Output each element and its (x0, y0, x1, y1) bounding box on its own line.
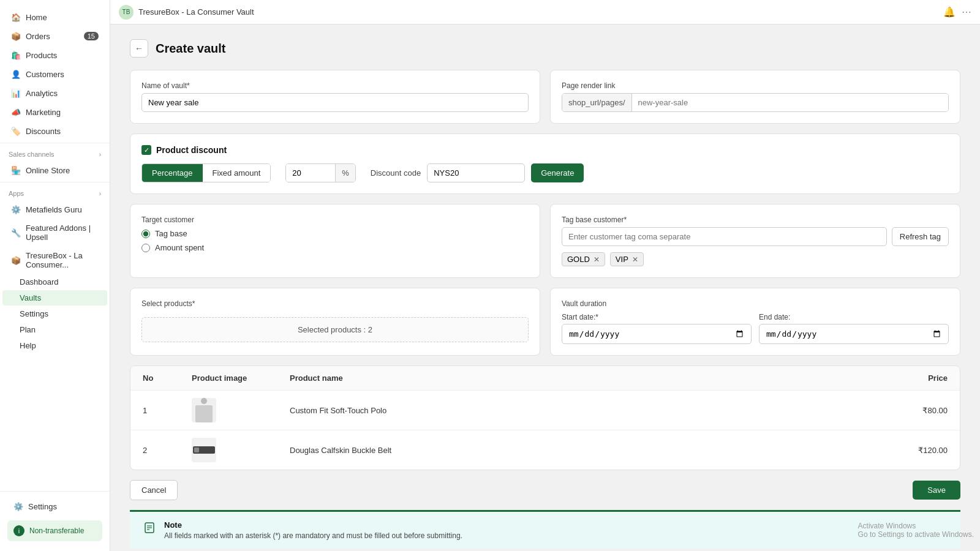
note-text: All fields marked with an asterisk (*) a… (164, 531, 462, 540)
row2-name: Douglas Calfskin Buckle Belt (290, 446, 874, 455)
vault-name-card: Name of vault* (130, 70, 540, 124)
vault-name-input[interactable] (141, 93, 529, 112)
orders-badge: 15 (84, 32, 99, 40)
page-render-input[interactable] (632, 94, 948, 111)
products-icon: 🛍️ (11, 50, 21, 60)
metafields-icon: ⚙️ (11, 204, 21, 214)
analytics-icon: 📊 (11, 88, 21, 98)
select-products-button[interactable]: Selected products : 2 (141, 317, 529, 342)
sidebar-item-tresurebox[interactable]: 📦 TresureBox - La Consumer... (2, 247, 107, 274)
row1-price: ₹80.00 (874, 406, 948, 415)
end-date-input[interactable] (759, 324, 949, 344)
product-table: No Product image Product name Price 1 Cu… (130, 365, 960, 470)
sidebar-sub-help[interactable]: Help (2, 338, 107, 353)
tag-base-customer-card: Tag base customer* Refresh tag GOLD ✕ VI… (550, 204, 960, 278)
topbar-right: 🔔 ⋯ (943, 6, 971, 18)
note-bar: Note All fields marked with an asterisk … (130, 510, 960, 549)
row2-image (192, 438, 290, 462)
cancel-button[interactable]: Cancel (130, 480, 178, 500)
discount-code-label: Discount code (371, 168, 421, 178)
page-header: ← Create vault (130, 39, 960, 58)
vault-duration-label: Vault duration (562, 299, 949, 308)
page-title: Create vault (156, 42, 226, 56)
home-icon: 🏠 (11, 12, 21, 22)
start-date-group: Start date:* (562, 313, 752, 344)
tag-base-option[interactable]: Tag base (141, 229, 529, 238)
target-tag-row: Target customer Tag base Amount spent Ta… (130, 204, 960, 278)
tag-list: GOLD ✕ VIP ✕ (562, 252, 949, 266)
back-button[interactable]: ← (130, 39, 148, 58)
store-icon: 🏪 (11, 165, 21, 175)
refresh-tag-button[interactable]: Refresh tag (892, 227, 949, 246)
tag-input[interactable] (562, 227, 887, 246)
sidebar-bottom: ⚙️ Settings i Non-transferable (0, 491, 110, 551)
sidebar-item-online-store[interactable]: 🏪 Online Store (2, 161, 107, 179)
product-image-belt (192, 438, 216, 462)
target-customer-label: Target customer (141, 216, 529, 224)
sidebar-sub-dashboard[interactable]: Dashboard (2, 274, 107, 290)
tag-base-customer-label: Tag base customer* (562, 216, 949, 224)
sidebar-item-metafields-guru[interactable]: ⚙️ Metafields Guru (2, 200, 107, 219)
col-name: Product name (290, 373, 874, 383)
table-header: No Product image Product name Price (130, 366, 960, 391)
discount-code-input[interactable] (427, 163, 525, 182)
table-row: 1 Custom Fit Soft-Touch Polo ₹80.00 (130, 391, 960, 430)
more-icon[interactable]: ⋯ (962, 6, 971, 18)
percent-input-wrap: % (285, 163, 356, 182)
sidebar-sub-plan[interactable]: Plan (2, 322, 107, 337)
info-icon: i (13, 525, 24, 536)
percent-input[interactable] (286, 164, 335, 182)
amount-spent-radio[interactable] (141, 244, 150, 252)
customers-icon: 👤 (11, 69, 21, 79)
vault-name-row: Name of vault* Page render link shop_url… (130, 70, 960, 124)
sidebar-item-orders[interactable]: 📦 Orders 15 (2, 27, 107, 45)
page-render-prefix: shop_url/pages/ (562, 94, 632, 111)
topbar-logo: TB (119, 5, 134, 20)
row2-price: ₹120.00 (874, 446, 948, 455)
sidebar-sub-settings[interactable]: Settings (2, 306, 107, 321)
chevron-right-icon-apps: › (99, 190, 101, 197)
tag-vip-remove[interactable]: ✕ (632, 255, 638, 264)
orders-icon: 📦 (11, 31, 21, 41)
discount-type-group: Percentage Fixed amount (141, 163, 271, 182)
non-transferable-box: i Non-transferable (7, 520, 102, 541)
products-duration-row: Select products* Selected products : 2 V… (130, 288, 960, 356)
select-products-card: Select products* Selected products : 2 (130, 288, 540, 356)
sidebar-item-settings-bottom[interactable]: ⚙️ Settings (5, 497, 105, 515)
vault-name-label: Name of vault* (141, 81, 529, 90)
start-date-input[interactable] (562, 324, 752, 344)
note-icon (142, 520, 157, 535)
tag-base-radio[interactable] (141, 230, 150, 238)
chevron-right-icon: › (99, 151, 101, 158)
addons-icon: 🔧 (11, 228, 21, 238)
product-image-polo (192, 398, 216, 422)
sidebar-item-marketing[interactable]: 📣 Marketing (2, 103, 107, 121)
polo-body (195, 405, 213, 422)
fixed-amount-button[interactable]: Fixed amount (203, 164, 271, 182)
sidebar-item-discounts[interactable]: 🏷️ Discounts (2, 122, 107, 140)
product-discount-checkbox[interactable]: ✓ (141, 145, 151, 155)
tag-gold-remove[interactable]: ✕ (594, 255, 600, 264)
tag-input-row: Refresh tag (562, 227, 949, 246)
sidebar-item-analytics[interactable]: 📊 Analytics (2, 84, 107, 102)
sidebar-item-featured-addons[interactable]: 🔧 Featured Addons | Upsell (2, 219, 107, 246)
sidebar-item-products[interactable]: 🛍️ Products (2, 46, 107, 64)
sidebar-sub-vaults[interactable]: Vaults (2, 290, 107, 305)
end-date-group: End date: (759, 313, 949, 344)
generate-button[interactable]: Generate (531, 163, 584, 182)
vault-duration-grid: Start date:* End date: (562, 313, 949, 344)
note-content: Note All fields marked with an asterisk … (164, 520, 462, 540)
percentage-button[interactable]: Percentage (142, 164, 203, 182)
bell-icon[interactable]: 🔔 (943, 6, 956, 18)
polo-head (201, 398, 207, 404)
sidebar-item-customers[interactable]: 👤 Customers (2, 65, 107, 83)
discount-code-row: Discount code Generate (371, 163, 949, 182)
sidebar-item-home[interactable]: 🏠 Home (2, 8, 107, 26)
main-area: TB TresureBox - La Consumer Vault 🔔 ⋯ ← … (110, 0, 980, 551)
tag-chip-vip: VIP ✕ (610, 252, 644, 266)
save-button[interactable]: Save (913, 481, 960, 500)
amount-spent-option[interactable]: Amount spent (141, 243, 529, 252)
sales-channels-section: Sales channels › (0, 146, 110, 160)
note-title: Note (164, 520, 462, 530)
target-customer-card: Target customer Tag base Amount spent (130, 204, 540, 278)
